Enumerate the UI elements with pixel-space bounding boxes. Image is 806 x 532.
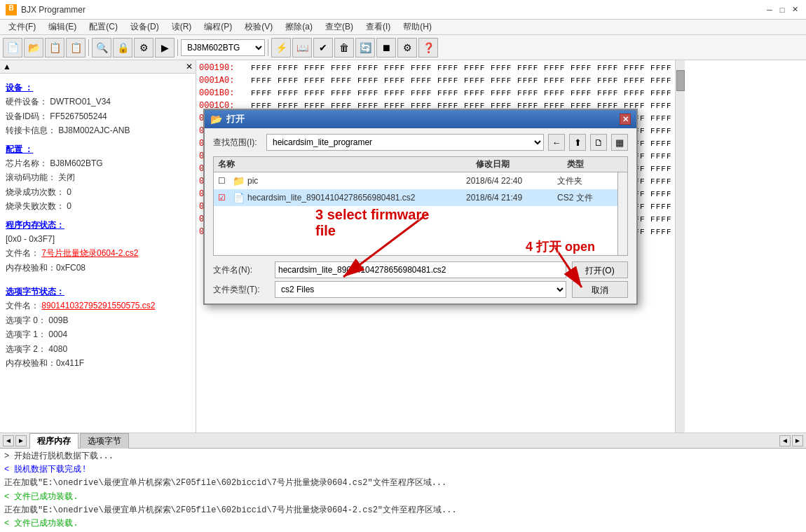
file-date: 2018/6/4 21:49 bbox=[466, 193, 557, 203]
file-icon: 📄 bbox=[232, 191, 245, 204]
col-name: 名称 bbox=[218, 158, 476, 170]
col-date: 修改日期 bbox=[476, 158, 567, 170]
file-name: hecardsim_lite_89014104278656980481.cs2 bbox=[247, 193, 466, 203]
dialog-open-button[interactable]: 打开(O) bbox=[572, 261, 628, 278]
file-list-header: 名称 修改日期 类型 bbox=[213, 156, 628, 172]
dialog-filename-input[interactable] bbox=[275, 261, 566, 278]
dialog-close-button[interactable]: ✕ bbox=[620, 114, 631, 125]
dialog-body: 查找范围(I): heicardsim_lite_programer ← ⬆ 🗋… bbox=[205, 128, 636, 303]
dialog-filetype-row: 文件类型(T): cs2 Files 取消 bbox=[213, 281, 628, 298]
open-file-dialog: 📂 打开 ✕ 查找范围(I): heicardsim_lite_programe… bbox=[203, 109, 638, 305]
dialog-nav-new[interactable]: 🗋 bbox=[590, 134, 607, 151]
dialog-icon: 📂 bbox=[210, 114, 222, 125]
dialog-filetype-select[interactable]: cs2 Files bbox=[275, 281, 566, 298]
file-list-area[interactable]: ☐ 📁 pic 2018/6/4 22:40 文件夹 ☑ 📄 hecardsim… bbox=[213, 172, 618, 256]
file-checkbox[interactable]: ☐ bbox=[218, 176, 232, 186]
file-icon: 📁 bbox=[232, 175, 245, 187]
dialog-location-dropdown[interactable]: heicardsim_lite_programer bbox=[266, 134, 544, 151]
dialog-filename-row: 文件名(N): 打开(O) bbox=[213, 261, 628, 278]
dialog-title-text: 打开 bbox=[226, 113, 245, 125]
file-date: 2018/6/4 22:40 bbox=[466, 176, 557, 186]
dialog-nav-up[interactable]: ⬆ bbox=[569, 134, 586, 151]
file-list-row[interactable]: ☑ 📄 hecardsim_lite_89014104278656980481.… bbox=[214, 189, 617, 206]
file-type: 文件夹 bbox=[557, 175, 613, 187]
dialog-filename-label: 文件名(N): bbox=[213, 264, 269, 276]
dialog-title-bar: 📂 打开 ✕ bbox=[205, 110, 636, 128]
file-list-row[interactable]: ☐ 📁 pic 2018/6/4 22:40 文件夹 bbox=[214, 172, 617, 189]
file-checkbox[interactable]: ☑ bbox=[218, 193, 232, 203]
dialog-nav-back[interactable]: ← bbox=[548, 134, 565, 151]
dialog-cancel-button[interactable]: 取消 bbox=[572, 281, 628, 298]
dialog-nav-view[interactable]: ▦ bbox=[611, 134, 628, 151]
file-name: pic bbox=[247, 176, 466, 186]
dialog-filetype-label: 文件类型(T): bbox=[213, 284, 269, 296]
file-list-scrollbar[interactable] bbox=[618, 172, 628, 256]
dialog-overlay: 📂 打开 ✕ 查找范围(I): heicardsim_lite_programe… bbox=[0, 0, 806, 532]
col-type: 类型 bbox=[567, 158, 623, 170]
dialog-location-label: 查找范围(I): bbox=[213, 137, 262, 149]
file-type: CS2 文件 bbox=[557, 192, 613, 204]
dialog-location-row: 查找范围(I): heicardsim_lite_programer ← ⬆ 🗋… bbox=[213, 134, 628, 151]
